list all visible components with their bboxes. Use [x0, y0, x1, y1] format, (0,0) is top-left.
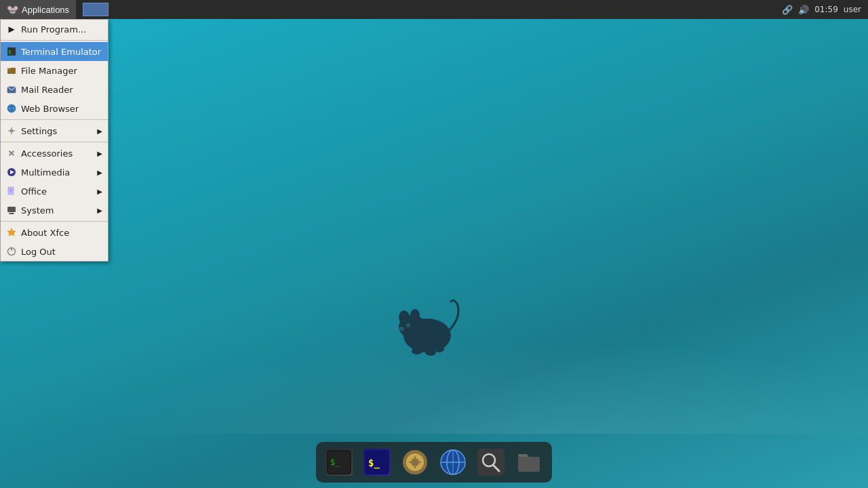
open-window-btn[interactable]	[83, 3, 108, 16]
applications-menu-label: Applications	[22, 5, 69, 15]
menu-item-file-manager-label: File Manager	[21, 66, 102, 76]
dock-item-folder[interactable]	[513, 446, 545, 479]
menu-separator-4	[1, 221, 108, 222]
menu-item-log-out[interactable]: Log Out	[1, 242, 108, 261]
menu-item-log-out-label: Log Out	[21, 247, 102, 257]
svg-point-8	[435, 346, 444, 352]
svg-point-2	[399, 310, 410, 324]
menu-separator-2	[1, 119, 108, 120]
mail-reader-icon	[6, 84, 17, 95]
dock-item-shell[interactable]: $_	[361, 446, 393, 479]
menu-item-web-browser[interactable]: Web Browser	[1, 99, 108, 118]
menu-item-run-program[interactable]: ▶ Run Program...	[1, 20, 108, 39]
office-icon	[6, 186, 17, 197]
settings-submenu-arrow: ▶	[97, 127, 102, 135]
mascot	[387, 291, 468, 359]
dock-item-terminal[interactable]: $_	[323, 446, 355, 479]
dock-search-icon	[477, 449, 505, 476]
dock-folder-icon	[515, 449, 542, 476]
terminal-emulator-icon: $_	[6, 46, 17, 57]
settings-icon	[6, 125, 17, 136]
multimedia-submenu-arrow: ▶	[97, 169, 102, 176]
system-submenu-arrow: ▶	[97, 207, 102, 214]
svg-rect-47	[477, 449, 505, 476]
svg-point-17	[10, 129, 14, 133]
accessories-icon	[6, 148, 17, 159]
dock-terminal-icon: $_	[326, 449, 353, 476]
web-browser-icon	[6, 103, 17, 114]
dock-shell-icon: $_	[363, 449, 391, 476]
clock: 01:59	[814, 5, 838, 14]
menu-item-office-label: Office	[21, 186, 93, 197]
dock-item-file-manager[interactable]	[399, 446, 431, 479]
multimedia-icon	[6, 167, 17, 178]
log-out-icon	[6, 246, 17, 257]
menu-item-multimedia[interactable]: Multimedia ▶	[1, 163, 108, 182]
system-icon	[6, 205, 17, 216]
volume-icon: 🔊	[798, 5, 809, 15]
svg-point-7	[425, 349, 436, 356]
menu-item-mail-reader-label: Mail Reader	[21, 85, 102, 95]
menu-item-mail-reader[interactable]: Mail Reader	[1, 80, 108, 99]
menu-item-about-xfce-label: About Xfce	[21, 228, 102, 238]
svg-rect-26	[7, 207, 16, 212]
dock-item-browser[interactable]	[437, 446, 469, 479]
dock: $_ $_	[316, 442, 552, 483]
dock-item-search[interactable]	[475, 446, 507, 479]
svg-text:$_: $_	[368, 458, 380, 469]
svg-point-5	[399, 327, 404, 331]
svg-point-4	[406, 323, 410, 327]
menu-item-run-program-label: Run Program...	[21, 24, 102, 35]
menu-item-accessories[interactable]: Accessories ▶	[1, 144, 108, 163]
run-program-icon: ▶	[6, 24, 17, 35]
menu-item-about-xfce[interactable]: About Xfce	[1, 223, 108, 242]
menu-item-terminal-emulator-label: Terminal Emulator	[21, 47, 102, 57]
menu-item-office[interactable]: Office ▶	[1, 182, 108, 201]
menu-item-settings-label: Settings	[21, 126, 93, 136]
menu-separator-3	[1, 142, 108, 142]
taskbar: 🐭 Applications 🔗 🔊 01:59 user	[0, 0, 868, 19]
svg-rect-12	[7, 68, 11, 69]
svg-text:$_: $_	[330, 458, 340, 467]
menu-item-system-label: System	[21, 205, 93, 216]
menu-item-web-browser-label: Web Browser	[21, 104, 102, 114]
svg-text:$_: $_	[8, 49, 14, 55]
taskbar-right: 🔗 🔊 01:59 user	[782, 5, 868, 15]
svg-marker-29	[7, 228, 16, 236]
menu-item-file-manager[interactable]: File Manager	[1, 61, 108, 80]
applications-menu-button[interactable]: 🐭 Applications	[0, 0, 76, 19]
svg-point-3	[410, 309, 420, 321]
applications-menu: ▶ Run Program... $_ Terminal Emulator Fi…	[0, 19, 108, 262]
file-manager-icon	[6, 65, 17, 76]
dock-file-manager-icon	[401, 449, 429, 476]
menu-item-system[interactable]: System ▶	[1, 201, 108, 220]
menu-item-terminal-emulator[interactable]: $_ Terminal Emulator	[1, 42, 108, 61]
dock-browser-icon	[439, 449, 467, 476]
menu-item-accessories-label: Accessories	[21, 148, 93, 159]
svg-rect-28	[9, 214, 14, 214]
menu-separator-1	[1, 40, 108, 41]
svg-rect-41	[414, 456, 416, 468]
applications-menu-icon: 🐭	[7, 4, 18, 15]
about-xfce-icon	[6, 227, 17, 238]
user-label: user	[844, 5, 861, 14]
svg-rect-22	[8, 187, 14, 195]
network-icon: 🔗	[782, 5, 793, 15]
accessories-submenu-arrow: ▶	[97, 150, 102, 157]
office-submenu-arrow: ▶	[97, 188, 102, 195]
menu-item-multimedia-label: Multimedia	[21, 167, 93, 178]
menu-item-settings[interactable]: Settings ▶	[1, 121, 108, 140]
svg-rect-50	[518, 457, 540, 472]
desktop: Home	[0, 0, 868, 488]
svg-point-6	[412, 348, 422, 354]
